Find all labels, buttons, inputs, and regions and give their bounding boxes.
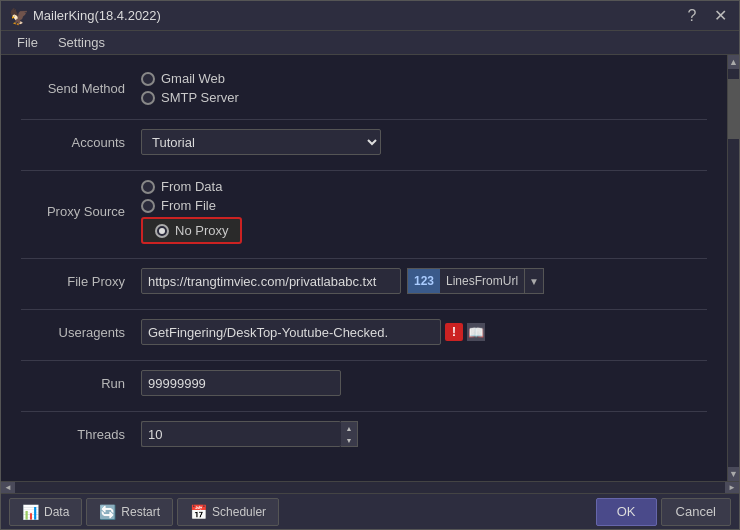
from-data-label: From Data	[161, 179, 222, 194]
accounts-controls: Tutorial	[141, 129, 707, 155]
horizontal-scrollbar[interactable]: ◄ ►	[1, 481, 739, 493]
lines-from-url-label: LinesFromUrl	[440, 274, 524, 288]
from-file-radio[interactable]	[141, 199, 155, 213]
restart-button[interactable]: 🔄 Restart	[86, 498, 173, 526]
menu-bar: File Settings	[1, 31, 739, 55]
send-method-row: Send Method Gmail Web SMTP Server	[21, 71, 707, 105]
from-data-radio[interactable]	[141, 180, 155, 194]
smtp-server-label: SMTP Server	[161, 90, 239, 105]
useragents-row: Useragents ! 📖	[21, 318, 707, 346]
main-window: 🦅 MailerKing(18.4.2022) ? ✕ File Setting…	[0, 0, 740, 530]
scroll-down-arrow[interactable]: ▼	[728, 467, 740, 481]
lines-dropdown-arrow-icon[interactable]: ▼	[524, 269, 543, 293]
accounts-label: Accounts	[21, 135, 141, 150]
proxy-source-label: Proxy Source	[21, 204, 141, 219]
useragents-input[interactable]	[141, 319, 441, 345]
no-proxy-radio[interactable]	[155, 224, 169, 238]
window-title: MailerKing(18.4.2022)	[33, 8, 681, 23]
scroll-up-arrow[interactable]: ▲	[728, 55, 740, 69]
from-file-label: From File	[161, 198, 216, 213]
file-proxy-input[interactable]	[141, 268, 401, 294]
gmail-web-radio[interactable]	[141, 72, 155, 86]
threads-up-button[interactable]: ▲	[341, 422, 357, 434]
smtp-server-option[interactable]: SMTP Server	[141, 90, 707, 105]
scheduler-icon: 📅	[190, 504, 207, 520]
menu-file[interactable]: File	[7, 33, 48, 52]
scroll-track[interactable]	[728, 69, 739, 467]
app-icon: 🦅	[9, 7, 27, 25]
lines-from-url-select[interactable]: 123 LinesFromUrl ▼	[407, 268, 544, 294]
run-label: Run	[21, 376, 141, 391]
threads-row: Threads ▲ ▼	[21, 420, 707, 448]
scroll-right-arrow[interactable]: ►	[725, 482, 739, 493]
from-file-option[interactable]: From File	[141, 198, 707, 213]
threads-controls: ▲ ▼	[141, 421, 358, 447]
threads-down-button[interactable]: ▼	[341, 434, 357, 446]
threads-label: Threads	[21, 427, 141, 442]
gmail-web-option[interactable]: Gmail Web	[141, 71, 707, 86]
useragents-label: Useragents	[21, 325, 141, 340]
content-area: Send Method Gmail Web SMTP Server Accoun…	[1, 55, 739, 481]
accounts-select[interactable]: Tutorial	[141, 129, 381, 155]
cancel-button[interactable]: Cancel	[661, 498, 731, 526]
accounts-row: Accounts Tutorial	[21, 128, 707, 156]
proxy-source-row: Proxy Source From Data From File No Prox…	[21, 179, 707, 244]
restart-btn-label: Restart	[121, 505, 160, 519]
restart-icon: 🔄	[99, 504, 116, 520]
smtp-server-radio[interactable]	[141, 91, 155, 105]
main-scroll[interactable]: Send Method Gmail Web SMTP Server Accoun…	[1, 55, 727, 481]
book-icon[interactable]: 📖	[467, 323, 485, 341]
scroll-left-arrow[interactable]: ◄	[1, 482, 15, 493]
title-bar-buttons: ? ✕	[681, 5, 731, 27]
scroll-thumb[interactable]	[728, 79, 739, 139]
ok-button[interactable]: OK	[596, 498, 657, 526]
close-button[interactable]: ✕	[709, 5, 731, 27]
scroll-h-track[interactable]	[15, 482, 725, 493]
scheduler-button[interactable]: 📅 Scheduler	[177, 498, 279, 526]
send-method-controls: Gmail Web SMTP Server	[141, 71, 707, 105]
run-row: Run	[21, 369, 707, 397]
proxy-source-controls: From Data From File No Proxy	[141, 179, 707, 244]
lines-badge: 123	[408, 269, 440, 293]
useragents-controls: ! 📖	[141, 319, 485, 345]
file-proxy-label: File Proxy	[21, 274, 141, 289]
file-proxy-controls: 123 LinesFromUrl ▼	[141, 268, 544, 294]
threads-input[interactable]	[141, 421, 341, 447]
no-proxy-option[interactable]: No Proxy	[141, 217, 242, 244]
gmail-web-label: Gmail Web	[161, 71, 225, 86]
data-button[interactable]: 📊 Data	[9, 498, 82, 526]
warning-icon[interactable]: !	[445, 323, 463, 341]
title-bar: 🦅 MailerKing(18.4.2022) ? ✕	[1, 1, 739, 31]
footer-bar: 📊 Data 🔄 Restart 📅 Scheduler OK Cancel	[1, 493, 739, 529]
threads-spinner: ▲ ▼	[341, 421, 358, 447]
no-proxy-label: No Proxy	[175, 223, 228, 238]
vertical-scrollbar[interactable]: ▲ ▼	[727, 55, 739, 481]
file-proxy-row: File Proxy 123 LinesFromUrl ▼	[21, 267, 707, 295]
send-method-label: Send Method	[21, 81, 141, 96]
data-icon: 📊	[22, 504, 39, 520]
run-input[interactable]	[141, 370, 341, 396]
data-btn-label: Data	[44, 505, 69, 519]
from-data-option[interactable]: From Data	[141, 179, 707, 194]
help-button[interactable]: ?	[681, 5, 703, 27]
menu-settings[interactable]: Settings	[48, 33, 115, 52]
scheduler-btn-label: Scheduler	[212, 505, 266, 519]
